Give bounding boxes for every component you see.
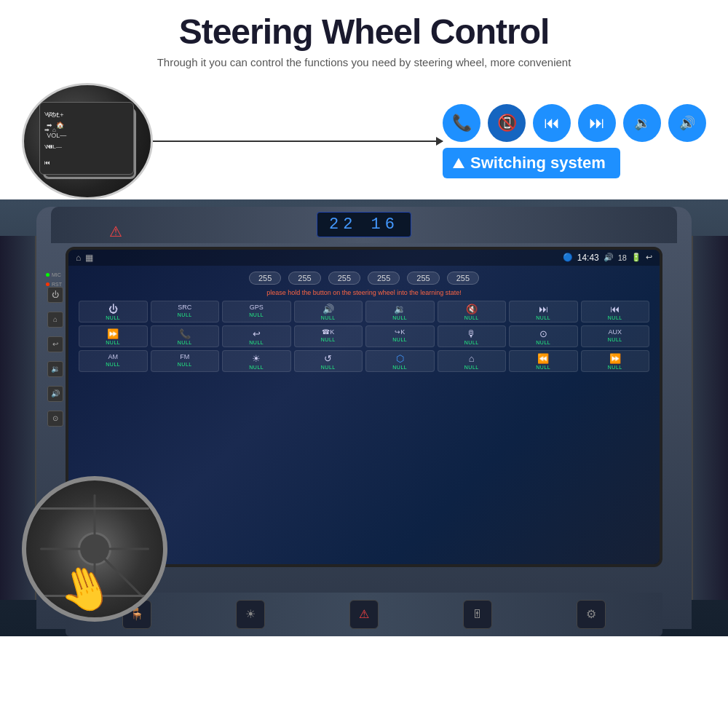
func-src[interactable]: SRC NULL	[151, 301, 220, 323]
value-row: 255 255 255 255 255 255	[79, 272, 649, 285]
func-fm[interactable]: FM NULL	[151, 350, 220, 372]
screen-back-icon[interactable]: ↩	[646, 253, 652, 262]
func-power[interactable]: ⏻ NULL	[79, 301, 148, 323]
func-rew[interactable]: ⏪ NULL	[509, 350, 578, 372]
control-icons-row: 📞 📵 ⏮ ⏭ 🔉 🔊	[443, 104, 706, 142]
icons-and-badge-area: 📞 📵 ⏮ ⏭ 🔉 🔊 Switching system	[443, 104, 706, 178]
value-2: 255	[288, 272, 320, 285]
func-camera[interactable]: ⊙ NULL	[509, 325, 578, 347]
vol-down-func-icon: 🔉	[394, 304, 405, 314]
func-vol-up[interactable]: 🔊 NULL	[294, 301, 363, 323]
func-rotate[interactable]: ↺ NULL	[294, 350, 363, 372]
func-grid-row3: AM NULL FM NULL ☀ NULL ↺	[79, 350, 649, 372]
value-1: 255	[249, 272, 281, 285]
page-title: Steering Wheel Control	[29, 13, 699, 52]
func-call-end[interactable]: ↩ NULL	[222, 325, 291, 347]
rew-icon: ⏪	[537, 354, 549, 363]
home-func-icon: ⌂	[469, 354, 475, 363]
func-gps[interactable]: GPS NULL	[222, 301, 291, 323]
next-track-icon: ⏭	[578, 104, 616, 142]
home-side-btn[interactable]: ⌂	[47, 312, 63, 328]
rst-led	[46, 282, 50, 286]
func-bluetooth[interactable]: ⬡ NULL	[365, 350, 435, 372]
phone-end-icon: 📵	[488, 104, 526, 142]
left-side-buttons: ⏻ ⌂ ↩ 🔉 🔊 ⊙	[47, 287, 63, 427]
brightness-null: NULL	[249, 365, 264, 370]
brightness-icon: ☀	[252, 354, 261, 363]
vol-up-func-icon: 🔊	[323, 304, 334, 314]
func-home[interactable]: ⌂ NULL	[438, 350, 507, 372]
call-accept-icon: 📞	[179, 329, 191, 339]
mute-icon: 🔇	[466, 304, 478, 314]
bluetooth-null: NULL	[392, 365, 407, 370]
value-4: 255	[368, 272, 400, 285]
func-return-k[interactable]: ↪K NULL	[365, 325, 435, 347]
bottom-btn-2[interactable]: ☀	[236, 600, 265, 629]
battery-level: 18	[618, 253, 627, 262]
call-end-icon: ↩	[253, 329, 261, 339]
mic-null: NULL	[464, 340, 479, 345]
triangle-icon	[453, 158, 464, 168]
prev-track-icon: ⏮	[533, 104, 571, 142]
bottom-btn-5[interactable]: ⚙	[577, 600, 606, 629]
mic-led	[46, 273, 50, 277]
left-labels: MIC RST	[46, 272, 62, 287]
func-ff[interactable]: ⏩ NULL	[79, 325, 148, 347]
return-k-null: NULL	[392, 337, 407, 342]
clock-display: 22 16	[317, 212, 411, 237]
power-icon: ⏻	[108, 304, 118, 314]
phone-k-null: NULL	[321, 337, 336, 342]
camera-side-btn[interactable]: ⊙	[47, 411, 63, 427]
gps-icon: GPS	[250, 304, 264, 311]
value-5: 255	[407, 272, 439, 285]
func-prev[interactable]: ⏮ NULL	[581, 301, 650, 323]
steering-wheel-top-image: VOL+ ➡ ⌂ VOL— ⏮	[22, 83, 153, 199]
ff-icon: ⏩	[107, 329, 119, 339]
func-phone-k[interactable]: ☎K NULL	[294, 325, 363, 347]
func-aux[interactable]: AUX NULL	[581, 325, 650, 347]
func-mic[interactable]: 🎙 NULL	[438, 325, 507, 347]
power-side-btn[interactable]: ⏻	[47, 287, 63, 303]
home-null: NULL	[464, 365, 479, 370]
func-am[interactable]: AM NULL	[79, 350, 148, 372]
fm-null: NULL	[178, 362, 192, 367]
rotate-null: NULL	[321, 365, 336, 370]
aux-null: NULL	[608, 337, 622, 342]
func-brightness[interactable]: ☀ NULL	[222, 350, 291, 372]
camera-null: NULL	[536, 340, 550, 345]
prev-icon: ⏮	[610, 304, 620, 314]
return-k-icon: ↪K	[395, 329, 405, 336]
ff-null: NULL	[106, 340, 120, 345]
phone-call-icon: 📞	[443, 104, 480, 142]
home-screen-icon[interactable]: ⌂	[76, 253, 81, 263]
value-3: 255	[328, 272, 360, 285]
bluetooth-func-icon: ⬡	[396, 354, 404, 363]
func-call-accept[interactable]: 📞 NULL	[151, 325, 220, 347]
bottom-btn-4[interactable]: 🎚	[463, 600, 492, 629]
dash-bottom-buttons: 🪑 ☀ ⚠ 🎚 ⚙	[66, 593, 662, 636]
func-next[interactable]: ⏭ NULL	[509, 301, 578, 323]
am-icon: AM	[108, 354, 119, 360]
menu-screen-icon[interactable]: ▦	[85, 253, 93, 263]
rew-null: NULL	[536, 365, 550, 370]
func-vol-down[interactable]: 🔉 NULL	[365, 301, 435, 323]
warning-text: please hold the button on the steering w…	[79, 289, 649, 296]
vol-down-side-btn[interactable]: 🔉	[47, 361, 63, 377]
screen-status-right: 🔵 14:43 🔊 18 🔋 ↩	[563, 253, 652, 263]
vol-up-side-btn[interactable]: 🔊	[47, 386, 63, 402]
back-side-btn[interactable]: ↩	[47, 336, 63, 352]
func-grid-row2: ⏩ NULL 📞 NULL ↩ NULL ☎K	[79, 325, 649, 347]
func-fwd[interactable]: ⏩ NULL	[581, 350, 650, 372]
dash-top-bar: ⚠ 22 16	[51, 207, 677, 243]
bottom-hazard-btn[interactable]: ⚠	[349, 600, 379, 629]
phone-k-icon: ☎K	[322, 329, 334, 336]
aux-icon: AUX	[608, 329, 622, 336]
screen-nav-icons: ⌂ ▦	[76, 253, 93, 263]
page-subtitle: Through it you can control the functions…	[29, 56, 699, 68]
camera-func-icon: ⊙	[539, 329, 547, 339]
mic-func-icon: 🎙	[467, 329, 476, 339]
mute-null: NULL	[464, 315, 479, 320]
switching-system-label: Switching system	[470, 154, 606, 173]
feature-row: VOL+ ➡ ⌂ VOL— ⏮ 📞 📵 ⏮ ⏭ 🔉 🔊 Switching sy…	[0, 76, 728, 199]
func-mute[interactable]: 🔇 NULL	[438, 301, 507, 323]
